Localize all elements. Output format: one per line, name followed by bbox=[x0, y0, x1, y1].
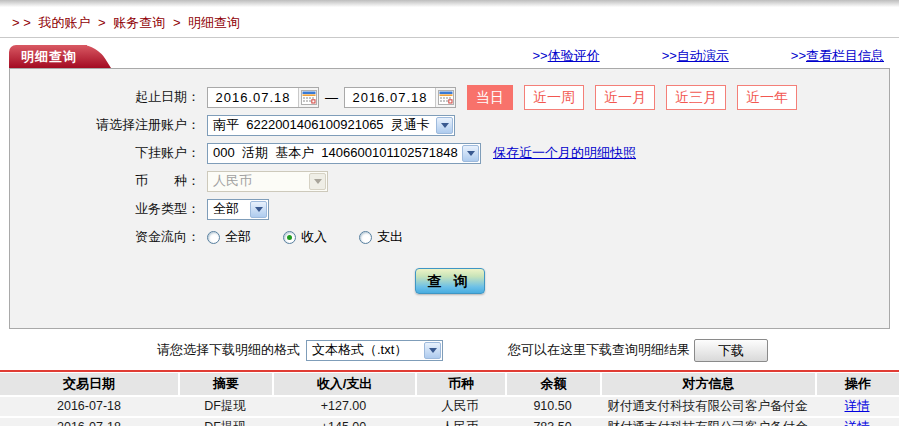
chevron-down-icon bbox=[424, 342, 441, 359]
cell-summary: DF提现 bbox=[178, 418, 272, 426]
date-from-value: 2016.07.18 bbox=[208, 90, 298, 105]
quick-range-3months-button[interactable]: 近三月 bbox=[666, 85, 726, 110]
cell-date: 2016-07-18 bbox=[0, 397, 178, 416]
header-balance: 余额 bbox=[505, 373, 600, 395]
link-prefix: >> bbox=[662, 48, 677, 63]
breadcrumb-separator: > bbox=[173, 15, 181, 30]
link-prefix: >> bbox=[532, 48, 547, 63]
flow-option-income[interactable]: 收入 bbox=[283, 228, 327, 246]
breadcrumb-item-my-account[interactable]: 我的账户 bbox=[38, 15, 90, 30]
link-auto-demo[interactable]: >>自动演示 bbox=[662, 47, 729, 65]
flow-option-label: 支出 bbox=[377, 228, 403, 246]
quick-range-year-button[interactable]: 近一年 bbox=[737, 85, 797, 110]
fund-flow-label: 资金流向： bbox=[10, 228, 200, 246]
transactions-table: 交易日期 摘要 收入/支出 币种 余额 对方信息 操作 2016-07-18 D… bbox=[0, 373, 899, 426]
date-range-dash: — bbox=[325, 90, 338, 105]
table-row: 2016-07-18 DF提现 +145.00 人民币 783.50 财付通支付… bbox=[0, 418, 899, 426]
flow-option-label: 全部 bbox=[225, 228, 251, 246]
table-header-row: 交易日期 摘要 收入/支出 币种 余额 对方信息 操作 bbox=[0, 373, 899, 395]
breadcrumb-arrows: > > bbox=[12, 15, 31, 30]
download-format-value: 文本格式（.txt） bbox=[307, 341, 424, 359]
currency-select: 人民币 bbox=[207, 171, 328, 192]
radio-icon[interactable] bbox=[207, 231, 220, 244]
radio-icon[interactable] bbox=[359, 231, 372, 244]
sub-account-label: 下挂账户： bbox=[10, 144, 200, 162]
date-to-input[interactable]: 2016.07.18 bbox=[344, 87, 456, 108]
link-text: 查看栏目信息 bbox=[806, 48, 884, 63]
business-type-label: 业务类型： bbox=[10, 200, 200, 218]
detail-link[interactable]: 详情 bbox=[845, 420, 870, 426]
currency-label: 币 种： bbox=[10, 172, 200, 190]
cell-counterparty: 财付通支付科技有限公司客户备付金 bbox=[600, 418, 815, 426]
cell-summary: DF提现 bbox=[178, 397, 272, 416]
link-text: 体验评价 bbox=[548, 48, 600, 63]
radio-checked-icon[interactable] bbox=[283, 231, 296, 244]
link-prefix: >> bbox=[791, 48, 806, 63]
download-result-label: 您可以在这里下载查询明细结果 bbox=[508, 341, 690, 359]
cell-date: 2016-07-18 bbox=[0, 418, 178, 426]
cell-balance: 783.50 bbox=[505, 418, 600, 426]
header-currency: 币种 bbox=[415, 373, 505, 395]
sub-account-select[interactable]: 000 活期 基本户 1406600101102571848 bbox=[207, 143, 481, 164]
link-experience-feedback[interactable]: >>体验评价 bbox=[532, 47, 599, 65]
header-action: 操作 bbox=[815, 373, 899, 395]
save-monthly-snapshot-link[interactable]: 保存近一个月的明细快照 bbox=[493, 144, 636, 162]
date-to-value: 2016.07.18 bbox=[345, 90, 435, 105]
registered-account-label: 请选择注册账户： bbox=[10, 116, 200, 134]
quick-range-today-button[interactable]: 当日 bbox=[467, 85, 513, 110]
header-summary: 摘要 bbox=[178, 373, 272, 395]
query-button[interactable]: 查 询 bbox=[415, 268, 485, 294]
flow-option-expense[interactable]: 支出 bbox=[359, 228, 403, 246]
calendar-icon[interactable] bbox=[298, 88, 318, 107]
sub-account-value: 000 活期 基本户 1406600101102571848 bbox=[208, 144, 462, 162]
header-transaction-date: 交易日期 bbox=[0, 373, 178, 395]
registered-account-select[interactable]: 南平 6222001406100921065 灵通卡 bbox=[207, 115, 455, 136]
registered-account-value: 南平 6222001406100921065 灵通卡 bbox=[208, 116, 436, 134]
download-format-label: 请您选择下载明细的格式 bbox=[157, 341, 300, 359]
quick-range-month-button[interactable]: 近一月 bbox=[595, 85, 655, 110]
date-range-label: 起止日期： bbox=[10, 88, 200, 106]
chevron-down-icon bbox=[309, 173, 326, 190]
download-button[interactable]: 下载 bbox=[694, 339, 768, 362]
breadcrumb-item-account-query[interactable]: 账务查询 bbox=[113, 15, 165, 30]
detail-link[interactable]: 详情 bbox=[845, 399, 870, 413]
quick-range-week-button[interactable]: 近一周 bbox=[524, 85, 584, 110]
cell-counterparty: 财付通支付科技有限公司客户备付金 bbox=[600, 397, 815, 416]
business-type-select[interactable]: 全部 bbox=[207, 199, 269, 220]
breadcrumb: > > 我的账户 > 账务查询 > 明细查询 bbox=[0, 7, 899, 37]
chevron-down-icon bbox=[462, 145, 479, 162]
header-counterparty: 对方信息 bbox=[600, 373, 815, 395]
calendar-icon[interactable] bbox=[435, 88, 455, 107]
cell-amount: +145.00 bbox=[272, 418, 415, 426]
cell-currency: 人民币 bbox=[415, 397, 505, 416]
cell-amount: +127.00 bbox=[272, 397, 415, 416]
chevron-down-icon bbox=[250, 201, 267, 218]
table-row: 2016-07-18 DF提现 +127.00 人民币 910.50 财付通支付… bbox=[0, 397, 899, 416]
breadcrumb-separator: > bbox=[98, 15, 106, 30]
download-format-select[interactable]: 文本格式（.txt） bbox=[306, 340, 443, 361]
flow-option-label: 收入 bbox=[301, 228, 327, 246]
query-form-panel: 起止日期： 2016.07.18 — bbox=[9, 68, 890, 329]
business-type-value: 全部 bbox=[208, 200, 250, 218]
tab-detail-query[interactable]: 明细查询 bbox=[9, 45, 87, 68]
chevron-down-icon bbox=[436, 117, 453, 134]
currency-value: 人民币 bbox=[208, 172, 309, 190]
table-top-divider bbox=[0, 370, 899, 372]
breadcrumb-item-detail-query[interactable]: 明细查询 bbox=[188, 15, 240, 30]
link-text: 自动演示 bbox=[677, 48, 729, 63]
flow-option-all[interactable]: 全部 bbox=[207, 228, 251, 246]
page-top-strip bbox=[0, 0, 899, 7]
cell-currency: 人民币 bbox=[415, 418, 505, 426]
header-income-expense: 收入/支出 bbox=[272, 373, 415, 395]
link-view-column-info[interactable]: >>查看栏目信息 bbox=[791, 47, 884, 65]
cell-balance: 910.50 bbox=[505, 397, 600, 416]
divider bbox=[0, 37, 899, 38]
date-from-input[interactable]: 2016.07.18 bbox=[207, 87, 319, 108]
